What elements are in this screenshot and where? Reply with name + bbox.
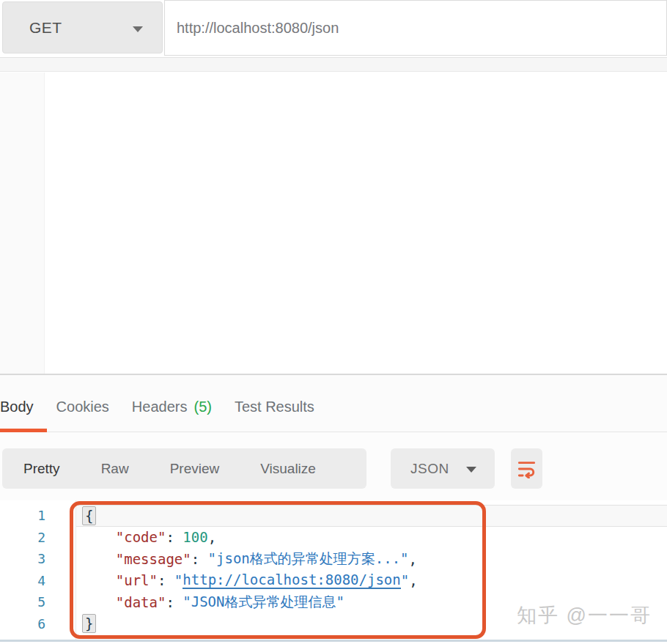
code-token-string: " xyxy=(174,572,183,588)
tab-headers[interactable]: Headers (5) xyxy=(132,399,212,415)
line-number: 3 xyxy=(0,551,45,566)
request-section-divider-strip xyxy=(0,57,667,72)
line-number: 4 xyxy=(0,573,45,588)
code-token-punct: , xyxy=(409,551,417,567)
request-bar: GET http://localhost:8080/json xyxy=(0,0,667,56)
method-dropdown[interactable]: GET xyxy=(2,1,163,53)
line-number: 6 xyxy=(0,616,45,632)
tab-body[interactable]: Body xyxy=(0,399,34,415)
code-token-bracket: } xyxy=(82,614,96,633)
code-token-plain xyxy=(82,594,116,610)
wrap-text-icon xyxy=(517,459,537,478)
view-mode-group: Pretty Raw Preview Visualize xyxy=(2,448,366,489)
view-preview[interactable]: Preview xyxy=(170,461,220,477)
tab-cookies-label: Cookies xyxy=(56,399,109,415)
code-token-string: " xyxy=(401,572,409,588)
code-token-punct: : xyxy=(191,551,208,567)
code-token-string: "json格式的异常处理方案..." xyxy=(208,549,409,569)
code-token-punct: : xyxy=(158,572,174,588)
code-token-string: "JSON格式异常处理信息" xyxy=(183,593,344,612)
tab-headers-label: Headers xyxy=(132,399,188,415)
request-area-gutter xyxy=(0,73,45,374)
line-content: "url": "http://localhost:8080/json", xyxy=(76,570,667,592)
code-token-punct: : xyxy=(166,594,183,610)
url-text: http://localhost:8080/json xyxy=(177,20,339,37)
view-raw[interactable]: Raw xyxy=(101,461,129,477)
line-number: 2 xyxy=(0,530,45,545)
response-view-toolbar: Pretty Raw Preview Visualize JSON xyxy=(0,432,667,500)
url-input[interactable]: http://localhost:8080/json xyxy=(164,0,667,56)
chevron-down-icon xyxy=(133,26,143,32)
code-token-key: "data" xyxy=(116,594,166,610)
chevron-down-icon xyxy=(466,467,476,473)
code-token-punct: : xyxy=(166,529,183,545)
tab-test-results[interactable]: Test Results xyxy=(235,399,314,415)
wrap-text-button[interactable] xyxy=(511,448,542,489)
code-token-key: "code" xyxy=(116,529,166,545)
code-token-plain xyxy=(82,551,116,567)
code-token-key: "url" xyxy=(116,572,158,588)
line-content: "message": "json格式的异常处理方案...", xyxy=(76,548,667,570)
response-tabs: Body Cookies Headers (5) Test Results xyxy=(0,375,667,432)
headers-count-badge: (5) xyxy=(194,399,211,415)
tab-cookies[interactable]: Cookies xyxy=(56,399,109,415)
code-token-punct: , xyxy=(208,529,216,545)
line-content: "code": 100, xyxy=(76,527,667,549)
code-token-bracket: { xyxy=(82,506,96,525)
code-line[interactable]: 3 "message": "json格式的异常处理方案...", xyxy=(0,548,667,570)
line-number: 5 xyxy=(0,594,45,610)
line-number: 1 xyxy=(0,508,45,523)
code-line[interactable]: 2 "code": 100, xyxy=(0,527,667,549)
view-pretty[interactable]: Pretty xyxy=(23,461,60,477)
request-config-area xyxy=(0,73,667,374)
line-content: { xyxy=(76,505,667,527)
tab-body-label: Body xyxy=(0,399,34,415)
app-window: GET http://localhost:8080/json Body Cook… xyxy=(0,0,667,644)
method-label: GET xyxy=(29,19,62,37)
code-token-key: "message" xyxy=(116,551,191,567)
code-token-punct: , xyxy=(409,572,417,588)
view-visualize[interactable]: Visualize xyxy=(260,461,316,477)
tab-test-results-label: Test Results xyxy=(235,399,314,415)
code-line[interactable]: 1{ xyxy=(0,505,667,527)
code-token-number: 100 xyxy=(183,529,207,545)
editor-bottom-edge xyxy=(0,640,667,642)
code-token-plain xyxy=(82,572,116,588)
code-token-plain xyxy=(82,529,116,545)
language-dropdown[interactable]: JSON xyxy=(391,448,495,489)
code-line[interactable]: 4 "url": "http://localhost:8080/json", xyxy=(0,570,667,592)
watermark: 知乎 @一一哥 xyxy=(517,602,652,629)
language-label: JSON xyxy=(410,461,449,477)
json-url-link[interactable]: http://localhost:8080/json xyxy=(183,571,400,589)
